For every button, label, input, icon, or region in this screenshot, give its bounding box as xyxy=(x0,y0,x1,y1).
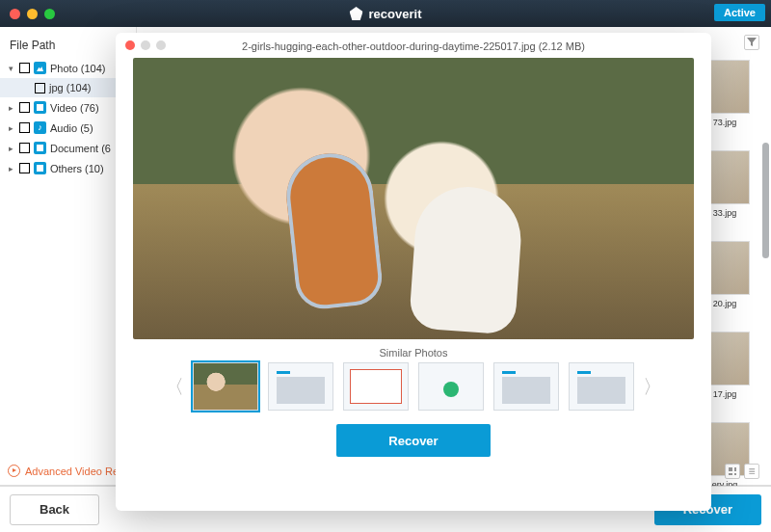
back-button[interactable]: Back xyxy=(10,494,99,525)
preview-modal: 2-girls-hugging-each-other-outdoor-durin… xyxy=(116,33,711,511)
document-icon xyxy=(34,142,46,154)
checkbox[interactable] xyxy=(19,163,30,173)
funnel-icon xyxy=(747,38,757,47)
next-arrow-icon[interactable]: 〉 xyxy=(644,365,661,408)
video-icon xyxy=(34,101,46,114)
filter-button[interactable] xyxy=(744,35,759,50)
scrollbar-thumb[interactable] xyxy=(762,143,769,258)
window-controls xyxy=(10,9,55,19)
tree-label: Document (6 xyxy=(50,143,111,154)
checkbox[interactable] xyxy=(19,122,30,133)
similar-thumb[interactable] xyxy=(193,362,258,411)
preview-image xyxy=(133,58,694,339)
prev-arrow-icon[interactable]: 〈 xyxy=(166,365,183,408)
similar-photos-strip: 〈 〉 xyxy=(116,362,711,411)
checkbox[interactable] xyxy=(35,83,45,93)
similar-thumb[interactable] xyxy=(569,362,634,411)
tree-label: Photo (104) xyxy=(50,63,105,74)
chevron-right-icon[interactable]: ▸ xyxy=(6,164,15,173)
brand-name: recoverit xyxy=(369,7,422,21)
brand: recoverit xyxy=(350,7,422,21)
photo-icon xyxy=(34,62,46,74)
brand-logo-icon xyxy=(350,7,363,20)
tree-label: jpg (104) xyxy=(49,82,91,93)
similar-photos-heading: Similar Photos xyxy=(116,339,711,362)
maximize-icon[interactable] xyxy=(44,9,55,19)
similar-thumb[interactable] xyxy=(268,362,333,411)
modal-footer: Recover xyxy=(116,411,711,472)
chevron-right-icon[interactable]: ▸ xyxy=(6,123,15,133)
tree-label: Others (10) xyxy=(50,163,104,174)
checkbox[interactable] xyxy=(19,143,30,153)
tree-label: Video (76) xyxy=(50,102,99,114)
play-circle-icon xyxy=(8,465,20,477)
chevron-right-icon[interactable]: ▸ xyxy=(6,144,15,153)
advanced-link-label: Advanced Video Rec xyxy=(25,466,124,477)
audio-icon xyxy=(34,121,46,134)
chevron-right-icon[interactable]: ▸ xyxy=(6,103,15,113)
tree-label: Audio (5) xyxy=(50,122,93,134)
similar-thumb[interactable] xyxy=(343,362,409,411)
checkbox[interactable] xyxy=(19,63,30,73)
minimize-icon[interactable] xyxy=(27,9,38,19)
similar-thumb[interactable] xyxy=(418,362,484,411)
chevron-down-icon[interactable]: ▾ xyxy=(6,64,15,73)
similar-thumb[interactable] xyxy=(493,362,559,411)
view-mode-toggle xyxy=(725,464,759,479)
titlebar: recoverit Active xyxy=(0,0,771,27)
modal-recover-button[interactable]: Recover xyxy=(336,424,491,457)
others-icon xyxy=(34,162,46,174)
active-badge[interactable]: Active xyxy=(714,4,765,21)
preview-filename: 2-girls-hugging-each-other-outdoor-durin… xyxy=(116,40,711,58)
checkbox[interactable] xyxy=(19,102,30,113)
list-view-button[interactable] xyxy=(744,464,759,479)
close-icon[interactable] xyxy=(10,9,20,19)
grid-view-button[interactable] xyxy=(725,464,740,479)
